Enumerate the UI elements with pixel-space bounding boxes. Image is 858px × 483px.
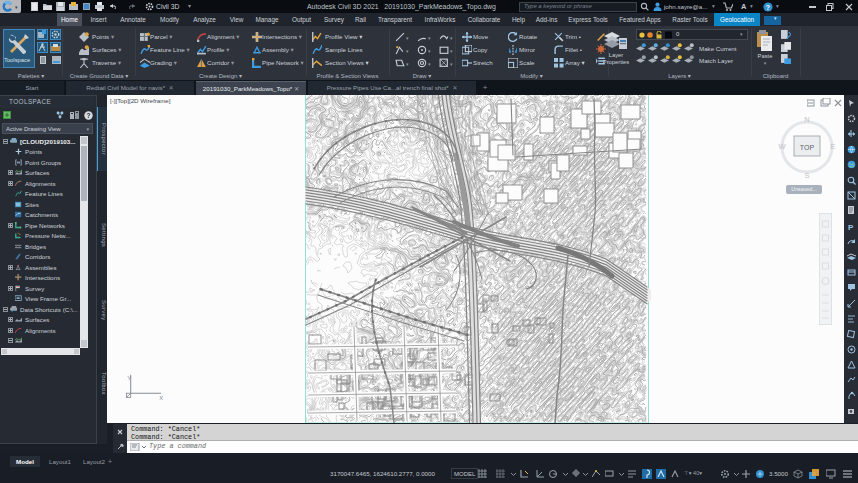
svg-text:?: ? — [87, 112, 91, 119]
svg-text:S: S — [804, 171, 809, 180]
svg-text:W: W — [778, 142, 786, 151]
svg-text:E: E — [830, 142, 835, 151]
svg-text:?: ? — [766, 3, 770, 10]
svg-text:X: X — [159, 395, 163, 400]
svg-text:TOP: TOP — [800, 144, 815, 151]
svg-text:Y: Y — [127, 375, 131, 381]
svg-text:P: P — [848, 223, 854, 231]
svg-text:N: N — [804, 115, 809, 124]
